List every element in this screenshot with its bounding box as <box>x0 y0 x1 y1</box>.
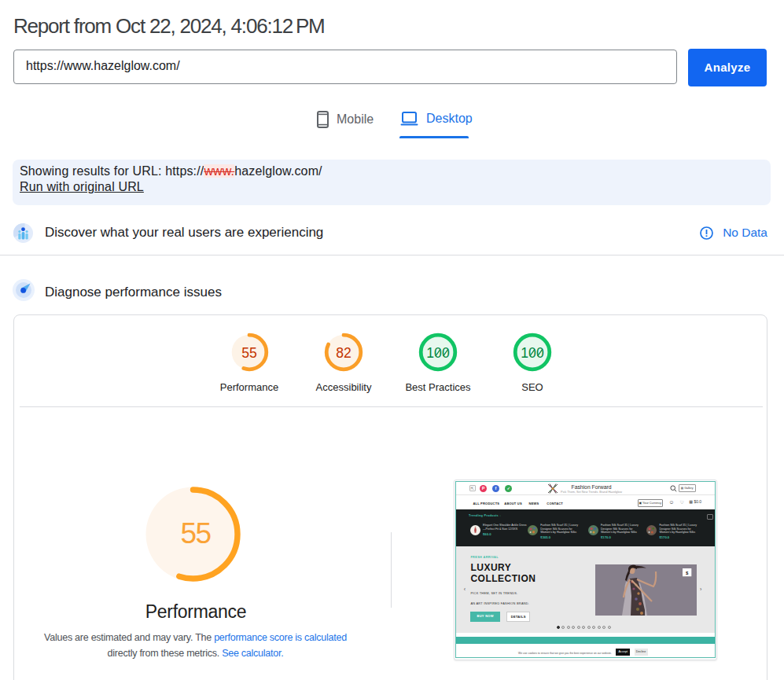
svg-text:55: 55 <box>241 345 257 361</box>
svg-text:55: 55 <box>180 517 211 550</box>
svg-text:82: 82 <box>336 345 352 361</box>
